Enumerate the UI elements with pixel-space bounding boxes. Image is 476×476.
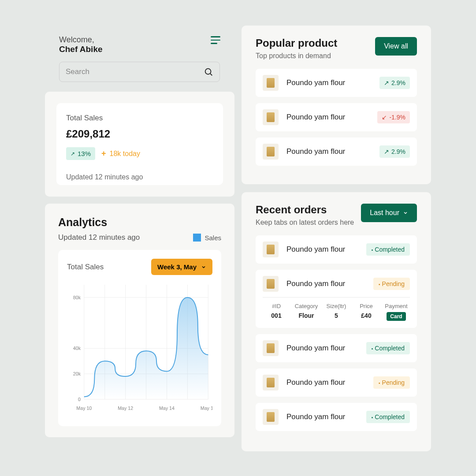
svg-text:0: 0 [78,397,81,402]
order-row[interactable]: Poundo yam flour •Pending [256,368,417,397]
view-all-button[interactable]: View all [375,37,417,56]
chart-container: Total Sales Week 3, May 80k40k20k0 May 1… [58,250,221,426]
analytics-card: Analytics Updated 12 minutes ago Sales T… [45,204,234,437]
total-sales-updated: Updated 12 minutes ago [66,173,213,181]
order-thumb [263,276,279,292]
detail-price: £40 [353,312,380,319]
legend-swatch-icon [193,234,201,242]
product-row[interactable]: Poundo yam flour ↙ -1.9% [256,103,417,131]
order-status: •Pending [373,278,410,290]
order-name: Poundo yam flour [286,279,365,288]
welcome-greeting: Welcome, [59,35,103,45]
detail-payment: Card [383,312,410,321]
product-delta: -1.9% [389,114,405,121]
sales-chart: 80k40k20k0 May 10May 12May 14May 16 [67,280,212,413]
arrow-down-icon: ↙ [382,114,387,121]
search-input[interactable] [66,67,204,76]
today-increase: + 18k today [101,149,140,158]
order-status: •Completed [366,243,410,256]
product-delta: 2.9% [391,79,405,86]
arrow-up-icon: ↗ [384,79,389,86]
legend-label: Sales [205,234,221,242]
detail-header-size: Size(ltr) [323,303,350,309]
order-thumb [263,409,279,425]
svg-text:20k: 20k [73,371,81,376]
order-name: Poundo yam flour [286,344,358,353]
order-name: Poundo yam flour [286,413,358,421]
week-label: Week 3, May [157,263,197,271]
detail-size: 5 [323,312,350,319]
order-row[interactable]: Poundo yam flour •Completed [256,334,417,362]
orders-heading: Recent orders [256,204,354,216]
detail-category: Flour [293,312,320,319]
arrow-up-icon: ↗ [71,151,75,157]
search-icon [204,67,213,77]
total-sales-card: Total Sales £209,812 ↗ 13% + 18k today U… [45,92,234,197]
legend-sales: Sales [193,234,221,242]
orders-sub: Keep tabs on latest orders here [256,219,354,227]
order-row[interactable]: Poundo yam flour •Completed [256,235,417,264]
svg-line-1 [210,74,212,75]
product-thumb [263,75,279,91]
plus-icon: + [101,149,106,158]
detail-header-id: #ID [263,303,290,309]
detail-id: 001 [263,312,290,319]
today-text: 18k today [110,150,140,158]
order-thumb [263,242,279,257]
popular-products-panel: Popular product Top products in demand V… [242,26,431,184]
order-status: •Pending [373,376,410,389]
change-pct: 13% [78,150,91,157]
order-row-expanded[interactable]: Poundo yam flour •Pending #ID001 Categor… [256,270,417,328]
detail-header-category: Category [293,303,320,309]
order-status: •Completed [366,411,410,423]
product-name: Poundo yam flour [286,113,369,122]
chevron-down-icon [201,264,206,270]
welcome-block: Welcome, Chef Abike [59,35,103,54]
orders-filter-label: Last hour [370,209,399,217]
svg-text:40k: 40k [73,346,81,351]
chevron-down-icon [403,210,408,216]
analytics-heading: Analytics [58,216,221,229]
order-status: •Completed [366,342,410,354]
svg-text:May 12: May 12 [118,405,133,411]
popular-sub: Top products in demand [256,52,337,60]
svg-text:80k: 80k [73,295,81,300]
welcome-name: Chef Abike [59,45,103,54]
product-thumb [263,109,279,125]
popular-heading: Popular product [256,37,337,49]
detail-header-price: Price [353,303,380,309]
order-name: Poundo yam flour [286,245,358,254]
search-field[interactable] [59,62,220,82]
analytics-updated: Updated 12 minutes ago [58,233,140,242]
order-thumb [263,340,279,356]
product-trend-chip: ↗ 2.9% [379,145,410,158]
product-trend-chip: ↙ -1.9% [377,111,410,123]
orders-filter[interactable]: Last hour [361,204,417,222]
order-row[interactable]: Poundo yam flour •Completed [256,403,417,431]
detail-header-payment: Payment [383,303,410,309]
svg-point-0 [205,69,211,74]
menu-icon[interactable] [211,36,220,46]
order-thumb [263,375,279,390]
product-trend-chip: ↗ 2.9% [379,77,410,89]
product-name: Poundo yam flour [286,147,372,156]
product-row[interactable]: Poundo yam flour ↗ 2.9% [256,138,417,166]
week-selector[interactable]: Week 3, May [151,259,212,275]
svg-text:May 14: May 14 [159,405,175,411]
recent-orders-panel: Recent orders Keep tabs on latest orders… [242,192,431,451]
product-name: Poundo yam flour [286,78,372,87]
change-badge: ↗ 13% [66,147,95,160]
product-delta: 2.9% [391,148,405,155]
svg-text:May 16: May 16 [201,405,212,411]
order-name: Poundo yam flour [286,378,365,387]
total-sales-amount: £209,812 [66,128,213,140]
total-sales-label: Total Sales [66,114,213,123]
product-thumb [263,144,279,160]
svg-text:May 10: May 10 [76,405,92,411]
product-row[interactable]: Poundo yam flour ↗ 2.9% [256,69,417,97]
chart-title: Total Sales [67,263,104,271]
arrow-up-icon: ↗ [384,148,389,155]
